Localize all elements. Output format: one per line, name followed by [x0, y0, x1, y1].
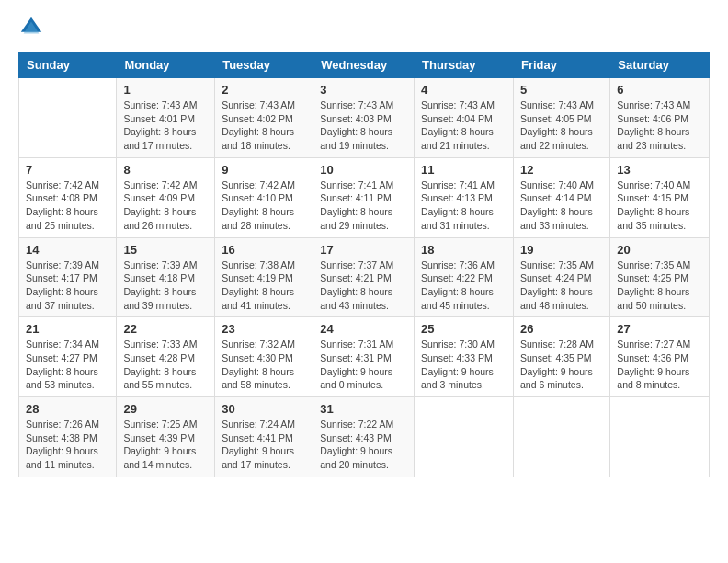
day-number: 11: [421, 163, 506, 177]
calendar-cell: [610, 397, 710, 477]
calendar-cell: 5Sunrise: 7:43 AMSunset: 4:05 PMDaylight…: [513, 78, 609, 158]
day-number: 9: [222, 163, 306, 177]
day-number: 25: [421, 322, 506, 336]
day-info: Sunrise: 7:35 AMSunset: 4:25 PMDaylight:…: [617, 259, 702, 313]
day-info: Sunrise: 7:36 AMSunset: 4:22 PMDaylight:…: [421, 259, 506, 313]
day-number: 22: [123, 322, 208, 336]
calendar-week-row: 28Sunrise: 7:26 AMSunset: 4:38 PMDayligh…: [19, 397, 710, 477]
calendar-table: SundayMondayTuesdayWednesdayThursdayFrid…: [18, 52, 710, 477]
calendar-cell: 7Sunrise: 7:42 AMSunset: 4:08 PMDaylight…: [19, 157, 117, 237]
day-info: Sunrise: 7:43 AMSunset: 4:06 PMDaylight:…: [617, 98, 702, 153]
day-number: 17: [320, 243, 407, 257]
day-info: Sunrise: 7:35 AMSunset: 4:24 PMDaylight:…: [520, 259, 603, 313]
calendar-cell: 21Sunrise: 7:34 AMSunset: 4:27 PMDayligh…: [19, 317, 117, 397]
day-info: Sunrise: 7:42 AMSunset: 4:09 PMDaylight:…: [123, 178, 208, 233]
calendar-cell: 22Sunrise: 7:33 AMSunset: 4:28 PMDayligh…: [117, 317, 215, 397]
calendar-cell: 18Sunrise: 7:36 AMSunset: 4:22 PMDayligh…: [415, 237, 514, 317]
day-info: Sunrise: 7:39 AMSunset: 4:18 PMDaylight:…: [123, 259, 208, 313]
day-number: 1: [123, 83, 208, 97]
calendar-cell: 25Sunrise: 7:30 AMSunset: 4:33 PMDayligh…: [415, 317, 514, 397]
day-info: Sunrise: 7:41 AMSunset: 4:11 PMDaylight:…: [320, 178, 407, 233]
day-info: Sunrise: 7:43 AMSunset: 4:04 PMDaylight:…: [421, 98, 506, 153]
column-header-friday: Friday: [513, 52, 609, 78]
day-info: Sunrise: 7:43 AMSunset: 4:05 PMDaylight:…: [520, 98, 603, 153]
day-number: 15: [123, 243, 208, 257]
calendar-week-row: 14Sunrise: 7:39 AMSunset: 4:17 PMDayligh…: [19, 237, 710, 317]
calendar-cell: 9Sunrise: 7:42 AMSunset: 4:10 PMDaylight…: [215, 157, 313, 237]
calendar-cell: 24Sunrise: 7:31 AMSunset: 4:31 PMDayligh…: [313, 317, 415, 397]
day-number: 2: [222, 83, 306, 97]
day-number: 26: [520, 322, 603, 336]
calendar-cell: [415, 397, 514, 477]
logo: [18, 15, 48, 40]
calendar-cell: 10Sunrise: 7:41 AMSunset: 4:11 PMDayligh…: [313, 157, 415, 237]
day-info: Sunrise: 7:43 AMSunset: 4:03 PMDaylight:…: [320, 98, 407, 153]
day-info: Sunrise: 7:27 AMSunset: 4:36 PMDaylight:…: [617, 338, 702, 392]
day-number: 13: [617, 163, 702, 177]
column-header-monday: Monday: [117, 52, 215, 78]
day-info: Sunrise: 7:38 AMSunset: 4:19 PMDaylight:…: [222, 259, 306, 313]
calendar-cell: 1Sunrise: 7:43 AMSunset: 4:01 PMDaylight…: [117, 78, 215, 158]
day-info: Sunrise: 7:33 AMSunset: 4:28 PMDaylight:…: [123, 338, 208, 392]
calendar-cell: 29Sunrise: 7:25 AMSunset: 4:39 PMDayligh…: [117, 397, 215, 477]
day-info: Sunrise: 7:25 AMSunset: 4:39 PMDaylight:…: [123, 418, 208, 472]
column-header-saturday: Saturday: [610, 52, 710, 78]
page-header: [18, 15, 710, 40]
day-number: 29: [123, 402, 208, 416]
day-number: 16: [222, 243, 306, 257]
calendar-cell: 2Sunrise: 7:43 AMSunset: 4:02 PMDaylight…: [215, 78, 313, 158]
calendar-cell: 8Sunrise: 7:42 AMSunset: 4:09 PMDaylight…: [117, 157, 215, 237]
day-info: Sunrise: 7:37 AMSunset: 4:21 PMDaylight:…: [320, 259, 407, 313]
day-info: Sunrise: 7:42 AMSunset: 4:08 PMDaylight:…: [26, 178, 109, 233]
day-number: 20: [617, 243, 702, 257]
calendar-week-row: 21Sunrise: 7:34 AMSunset: 4:27 PMDayligh…: [19, 317, 710, 397]
day-number: 8: [123, 163, 208, 177]
calendar-week-row: 1Sunrise: 7:43 AMSunset: 4:01 PMDaylight…: [19, 78, 710, 158]
calendar-cell: 17Sunrise: 7:37 AMSunset: 4:21 PMDayligh…: [313, 237, 415, 317]
calendar-cell: 12Sunrise: 7:40 AMSunset: 4:14 PMDayligh…: [513, 157, 609, 237]
calendar-week-row: 7Sunrise: 7:42 AMSunset: 4:08 PMDaylight…: [19, 157, 710, 237]
day-info: Sunrise: 7:32 AMSunset: 4:30 PMDaylight:…: [222, 338, 306, 392]
day-info: Sunrise: 7:30 AMSunset: 4:33 PMDaylight:…: [421, 338, 506, 392]
calendar-cell: 3Sunrise: 7:43 AMSunset: 4:03 PMDaylight…: [313, 78, 415, 158]
day-number: 28: [26, 402, 109, 416]
day-info: Sunrise: 7:40 AMSunset: 4:15 PMDaylight:…: [617, 178, 702, 233]
day-info: Sunrise: 7:43 AMSunset: 4:01 PMDaylight:…: [123, 98, 208, 153]
calendar-header-row: SundayMondayTuesdayWednesdayThursdayFrid…: [19, 52, 710, 78]
calendar-cell: 4Sunrise: 7:43 AMSunset: 4:04 PMDaylight…: [415, 78, 514, 158]
calendar-cell: 30Sunrise: 7:24 AMSunset: 4:41 PMDayligh…: [215, 397, 313, 477]
day-number: 19: [520, 243, 603, 257]
calendar-cell: 26Sunrise: 7:28 AMSunset: 4:35 PMDayligh…: [513, 317, 609, 397]
day-number: 21: [26, 322, 109, 336]
column-header-wednesday: Wednesday: [313, 52, 415, 78]
day-info: Sunrise: 7:42 AMSunset: 4:10 PMDaylight:…: [222, 178, 306, 233]
calendar-cell: 6Sunrise: 7:43 AMSunset: 4:06 PMDaylight…: [610, 78, 710, 158]
day-number: 27: [617, 322, 702, 336]
day-number: 30: [222, 402, 306, 416]
day-number: 14: [26, 243, 109, 257]
logo-icon: [18, 15, 44, 40]
day-info: Sunrise: 7:26 AMSunset: 4:38 PMDaylight:…: [26, 418, 109, 472]
calendar-cell: [19, 78, 117, 158]
day-info: Sunrise: 7:24 AMSunset: 4:41 PMDaylight:…: [222, 418, 306, 472]
calendar-cell: 15Sunrise: 7:39 AMSunset: 4:18 PMDayligh…: [117, 237, 215, 317]
calendar-cell: [513, 397, 609, 477]
calendar-cell: 31Sunrise: 7:22 AMSunset: 4:43 PMDayligh…: [313, 397, 415, 477]
day-info: Sunrise: 7:39 AMSunset: 4:17 PMDaylight:…: [26, 259, 109, 313]
column-header-tuesday: Tuesday: [215, 52, 313, 78]
day-info: Sunrise: 7:28 AMSunset: 4:35 PMDaylight:…: [520, 338, 603, 392]
calendar-cell: 16Sunrise: 7:38 AMSunset: 4:19 PMDayligh…: [215, 237, 313, 317]
day-number: 12: [520, 163, 603, 177]
column-header-thursday: Thursday: [415, 52, 514, 78]
column-header-sunday: Sunday: [19, 52, 117, 78]
calendar-cell: 28Sunrise: 7:26 AMSunset: 4:38 PMDayligh…: [19, 397, 117, 477]
calendar-cell: 27Sunrise: 7:27 AMSunset: 4:36 PMDayligh…: [610, 317, 710, 397]
day-number: 18: [421, 243, 506, 257]
day-number: 5: [520, 83, 603, 97]
calendar-cell: 20Sunrise: 7:35 AMSunset: 4:25 PMDayligh…: [610, 237, 710, 317]
day-number: 23: [222, 322, 306, 336]
day-info: Sunrise: 7:34 AMSunset: 4:27 PMDaylight:…: [26, 338, 109, 392]
day-number: 24: [320, 322, 407, 336]
day-info: Sunrise: 7:43 AMSunset: 4:02 PMDaylight:…: [222, 98, 306, 153]
calendar-cell: 19Sunrise: 7:35 AMSunset: 4:24 PMDayligh…: [513, 237, 609, 317]
